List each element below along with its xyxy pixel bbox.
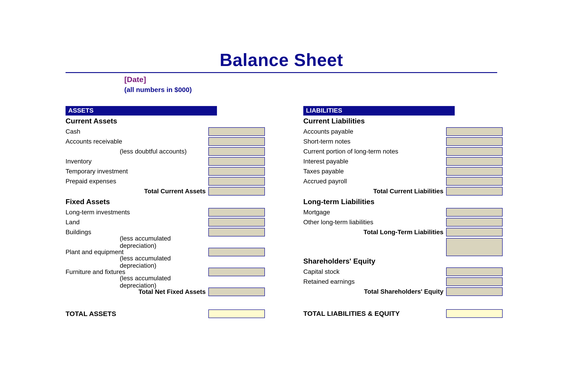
cell-furniture[interactable] — [208, 268, 265, 276]
cell-mortgage[interactable] — [446, 208, 503, 217]
label-taxpay: Taxes payable — [303, 168, 443, 175]
label-intpay: Interest payable — [303, 158, 443, 165]
label-doubtful: (less doubtful accounts) — [66, 148, 206, 155]
cell-capstock[interactable] — [446, 267, 503, 276]
fixed-assets-header: Fixed Assets — [66, 197, 265, 206]
label-mortgage: Mortgage — [303, 209, 443, 216]
line-total-current-liab: Total Current Liabilities — [303, 186, 503, 196]
label-stnotes: Short-term notes — [303, 138, 443, 145]
label-prepaid: Prepaid expenses — [66, 178, 206, 185]
cell-doubtful[interactable] — [208, 147, 265, 156]
line-ap: Accounts payable — [303, 126, 503, 137]
cell-ap[interactable] — [446, 127, 503, 136]
cell-tempinv[interactable] — [208, 167, 265, 176]
line-dep2: (less accumulated depreciation) — [66, 257, 265, 267]
cell-land[interactable] — [208, 218, 265, 226]
line-intpay: Interest payable — [303, 156, 503, 166]
balance-sheet-document: Balance Sheet [Date] (all numbers in $00… — [0, 0, 565, 392]
label-total-current-liab: Total Current Liabilities — [303, 188, 446, 195]
label-curlt: Current portion of long-term notes — [303, 148, 443, 155]
columns-wrap: ASSETS Current Assets Cash Accounts rece… — [66, 106, 497, 318]
label-total-lt: Total Long-Term Liabilities — [303, 229, 446, 236]
label-tempinv: Temporary investment — [66, 168, 206, 175]
line-ar: Accounts receivable — [66, 137, 265, 146]
line-ltinv: Long-term investments — [66, 207, 265, 217]
line-total-fixed: Total Net Fixed Assets — [66, 287, 265, 297]
units-note: (all numbers in $000) — [124, 85, 497, 95]
assets-column: ASSETS Current Assets Cash Accounts rece… — [66, 106, 265, 318]
liabilities-bar: LIABILITIES — [303, 106, 455, 115]
line-total-equity: Total Shareholders' Equity — [303, 287, 503, 297]
longterm-liabilities-header: Long-term Liabilities — [303, 197, 503, 206]
cell-otherlt[interactable] — [446, 218, 503, 226]
line-total-liab-equity: TOTAL LIABILITIES & EQUITY — [303, 309, 503, 318]
cell-retained[interactable] — [446, 277, 503, 286]
line-total-lt: Total Long-Term Liabilities — [303, 227, 503, 237]
line-stnotes: Short-term notes — [303, 137, 503, 146]
cell-total-liab-equity[interactable] — [446, 309, 503, 318]
label-accpay: Accrued payroll — [303, 178, 443, 185]
label-total-fixed: Total Net Fixed Assets — [66, 288, 208, 295]
label-cash: Cash — [66, 128, 206, 135]
label-total-liab-equity: TOTAL LIABILITIES & EQUITY — [303, 310, 443, 317]
cell-curlt[interactable] — [446, 147, 503, 156]
line-accpay: Accrued payroll — [303, 176, 503, 186]
cell-total-fixed[interactable] — [208, 288, 265, 296]
cell-ltinv[interactable] — [208, 208, 265, 217]
date-placeholder: [Date] — [124, 74, 497, 85]
line-inventory: Inventory — [66, 156, 265, 166]
current-liabilities-header: Current Liabilities — [303, 117, 503, 125]
cell-intpay[interactable] — [446, 157, 503, 166]
line-land: Land — [66, 217, 265, 227]
label-total-equity: Total Shareholders' Equity — [303, 288, 446, 295]
label-land: Land — [66, 219, 206, 226]
equity-header: Shareholders' Equity — [303, 257, 503, 266]
cell-accpay[interactable] — [446, 177, 503, 186]
cell-total-assets[interactable] — [208, 309, 265, 318]
cell-buildings[interactable] — [208, 228, 265, 237]
cell-cash[interactable] — [208, 127, 265, 136]
document-title: Balance Sheet — [66, 50, 497, 70]
label-inventory: Inventory — [66, 158, 206, 165]
cell-blank-tall[interactable] — [446, 238, 503, 256]
line-total-current-assets: Total Current Assets — [66, 186, 265, 196]
line-total-assets: TOTAL ASSETS — [66, 309, 265, 318]
line-otherlt: Other long-term liabilities — [303, 217, 503, 227]
line-prepaid: Prepaid expenses — [66, 176, 265, 186]
line-curlt: Current portion of long-term notes — [303, 146, 503, 156]
title-rule — [66, 72, 497, 73]
cell-ar[interactable] — [208, 137, 265, 146]
label-ltinv: Long-term investments — [66, 209, 206, 216]
line-retained: Retained earnings — [303, 277, 503, 287]
cell-total-current-liab[interactable] — [446, 187, 503, 196]
line-dep1: (less accumulated depreciation) — [66, 237, 265, 247]
line-tempinv: Temporary investment — [66, 166, 265, 176]
line-capstock: Capital stock — [303, 267, 503, 277]
cell-stnotes[interactable] — [446, 137, 503, 146]
cell-taxpay[interactable] — [446, 167, 503, 176]
label-total-current-assets: Total Current Assets — [66, 188, 208, 195]
cell-prepaid[interactable] — [208, 177, 265, 186]
cell-total-current-assets[interactable] — [208, 187, 265, 196]
line-taxpay: Taxes payable — [303, 166, 503, 176]
label-retained: Retained earnings — [303, 278, 443, 285]
line-doubtful: (less doubtful accounts) — [66, 146, 265, 156]
line-blank-tall — [303, 237, 503, 257]
cell-total-equity[interactable] — [446, 287, 503, 296]
label-capstock: Capital stock — [303, 268, 443, 275]
current-assets-header: Current Assets — [66, 117, 265, 125]
label-total-assets: TOTAL ASSETS — [66, 310, 206, 318]
liabilities-column: LIABILITIES Current Liabilities Accounts… — [303, 106, 503, 318]
label-otherlt: Other long-term liabilities — [303, 219, 443, 226]
cell-inventory[interactable] — [208, 157, 265, 166]
line-cash: Cash — [66, 126, 265, 137]
meta-block: [Date] (all numbers in $000) — [124, 74, 497, 94]
line-mortgage: Mortgage — [303, 207, 503, 217]
line-dep3: (less accumulated depreciation) — [66, 277, 265, 287]
cell-total-lt[interactable] — [446, 228, 503, 237]
cell-plant[interactable] — [208, 248, 265, 256]
label-ap: Accounts payable — [303, 128, 443, 135]
label-ar: Accounts receivable — [66, 138, 206, 145]
assets-bar: ASSETS — [66, 106, 217, 115]
